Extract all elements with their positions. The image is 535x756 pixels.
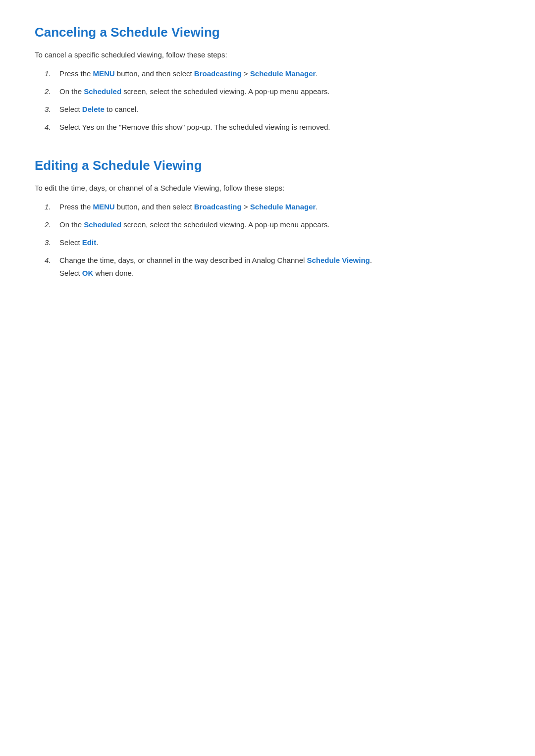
section1-title: Canceling a Schedule Viewing — [35, 25, 500, 40]
step-num: 1. — [45, 201, 59, 213]
step-2-4: 4. Change the time, days, or channel in … — [45, 254, 500, 279]
step-content: Press the MENU button, and then select B… — [59, 201, 500, 213]
section-editing: Editing a Schedule Viewing To edit the t… — [35, 158, 500, 279]
step-1-3: 3. Select Delete to cancel. — [45, 103, 500, 115]
step-num: 1. — [45, 68, 59, 80]
step-content: Change the time, days, or channel in the… — [59, 254, 500, 279]
step-content: On the Scheduled screen, select the sche… — [59, 219, 500, 231]
section1-intro: To cancel a specific scheduled viewing, … — [35, 49, 500, 61]
step-content: On the Scheduled screen, select the sche… — [59, 86, 500, 98]
step-1-1: 1. Press the MENU button, and then selec… — [45, 68, 500, 80]
step-num: 3. — [45, 237, 59, 249]
step-content: Select Yes on the "Remove this show" pop… — [59, 121, 500, 133]
broadcasting-highlight: Broadcasting — [194, 69, 242, 78]
step-content: Select Edit. — [59, 237, 500, 249]
section1-steps: 1. Press the MENU button, and then selec… — [45, 68, 500, 133]
schedule-manager-highlight: Schedule Manager — [250, 202, 316, 211]
ok-highlight: OK — [82, 269, 94, 277]
step-1-2: 2. On the Scheduled screen, select the s… — [45, 86, 500, 98]
step-content: Press the MENU button, and then select B… — [59, 68, 500, 80]
scheduled-highlight: Scheduled — [84, 87, 121, 96]
section2-title: Editing a Schedule Viewing — [35, 158, 500, 173]
delete-highlight: Delete — [82, 105, 105, 113]
step-num: 4. — [45, 121, 59, 133]
section2-steps: 1. Press the MENU button, and then selec… — [45, 201, 500, 279]
step-num: 4. — [45, 254, 59, 266]
step-1-4: 4. Select Yes on the "Remove this show" … — [45, 121, 500, 133]
schedule-manager-highlight: Schedule Manager — [250, 69, 316, 78]
section2-intro: To edit the time, days, or channel of a … — [35, 182, 500, 194]
step-2-2: 2. On the Scheduled screen, select the s… — [45, 219, 500, 231]
menu-highlight: MENU — [93, 202, 115, 211]
scheduled-highlight: Scheduled — [84, 220, 121, 229]
section-canceling: Canceling a Schedule Viewing To cancel a… — [35, 25, 500, 133]
step-continuation: Select OK when done. — [59, 267, 500, 279]
page-content: Canceling a Schedule Viewing To cancel a… — [35, 25, 500, 279]
schedule-viewing-highlight: Schedule Viewing — [307, 256, 370, 264]
step-content: Select Delete to cancel. — [59, 103, 500, 115]
edit-highlight: Edit — [82, 238, 96, 247]
step-num: 3. — [45, 103, 59, 115]
step-2-3: 3. Select Edit. — [45, 237, 500, 249]
step-num: 2. — [45, 86, 59, 98]
step-num: 2. — [45, 219, 59, 231]
step-2-1: 1. Press the MENU button, and then selec… — [45, 201, 500, 213]
menu-highlight: MENU — [93, 69, 115, 78]
broadcasting-highlight: Broadcasting — [194, 202, 242, 211]
